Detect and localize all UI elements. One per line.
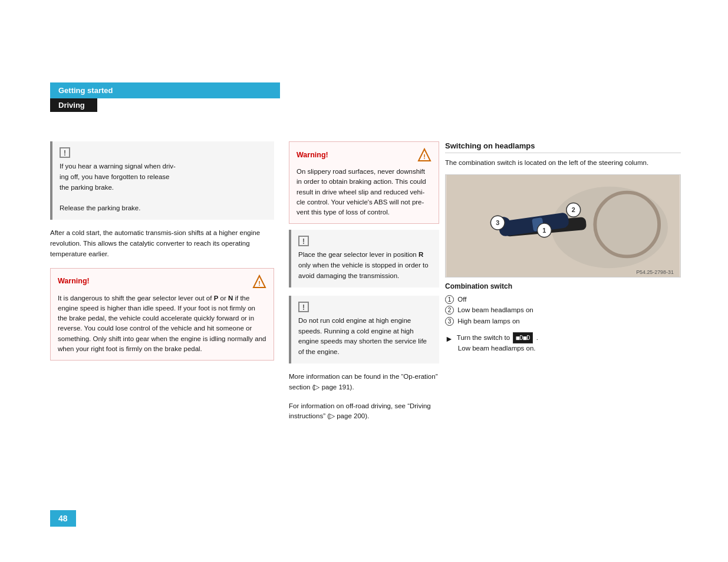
arrow-bullet: ►	[445, 333, 453, 345]
combo-item-2: 2 Low beam headlamps on	[445, 305, 681, 315]
combo-label-1: Off	[457, 296, 466, 303]
right-column: Switching on headlamps The combination s…	[445, 141, 681, 353]
warning-triangle-icon-1: !	[252, 275, 266, 289]
warning-title-1: Warning!	[58, 276, 90, 287]
combo-num-1: 1	[445, 295, 454, 304]
combo-label-3: High beam lamps on	[457, 318, 519, 325]
svg-text:1: 1	[542, 227, 546, 234]
combo-switch-image: 1 2 3 P54.25-2798-31	[445, 174, 681, 277]
combo-caption: Combination switch	[445, 282, 681, 290]
instruction-before: Turn the switch to	[457, 334, 512, 341]
combo-switch-svg: 1 2 3 P54.25-2798-31	[446, 175, 680, 277]
combo-num-3: 3	[445, 317, 454, 326]
instruction-text: Turn the switch to ■D■D . Low beam headl…	[457, 332, 538, 353]
warning-text-1: It is dangerous to shift the gear select…	[58, 293, 266, 355]
warning-title-2: Warning!	[297, 150, 328, 161]
warning-box-1: Warning! ! It is dangerous to shift the …	[50, 268, 274, 361]
combo-item-1: 1 Off	[445, 294, 681, 305]
svg-text:P54.25-2798-31: P54.25-2798-31	[636, 269, 674, 275]
page-container: Getting started Driving ! If you hear a …	[0, 0, 728, 562]
note1-text: If you hear a warning signal when driv- …	[60, 161, 267, 214]
warning-header-2: Warning! !	[297, 148, 431, 162]
svg-text:!: !	[423, 153, 426, 160]
combo-num-2: 2	[445, 306, 454, 315]
intro-text: The combination switch is located on the…	[445, 158, 681, 168]
note-icon-1: !	[60, 147, 70, 158]
warning-triangle-icon-2: !	[417, 148, 431, 162]
getting-started-label: Getting started	[58, 86, 113, 95]
switch-icon: ■D■D	[513, 332, 533, 343]
warning-text-2: On slippery road surfaces, never downshi…	[297, 167, 431, 217]
instruction-period: .	[536, 334, 538, 341]
note3-text: Do not run cold engine at high engine sp…	[298, 316, 432, 358]
body-text-3: For information on off-road driving, see…	[289, 401, 439, 422]
getting-started-bar: Getting started	[50, 82, 280, 98]
warning-header-1: Warning! !	[58, 275, 266, 289]
note-icon-2: !	[298, 236, 309, 246]
note-icon-3: !	[298, 302, 309, 312]
note-box-1: ! If you hear a warning signal when driv…	[50, 141, 274, 220]
body-text-1: After a cold start, the automatic transm…	[50, 228, 274, 259]
instruction-row: ► Turn the switch to ■D■D . Low beam hea…	[445, 332, 681, 353]
svg-text:3: 3	[496, 219, 499, 226]
svg-text:!: !	[258, 280, 261, 287]
driving-bar: Driving	[50, 98, 97, 112]
left-column: ! If you hear a warning signal when driv…	[50, 141, 274, 366]
middle-column: Warning! ! On slippery road surfaces, ne…	[289, 141, 439, 430]
page-number: 48	[50, 510, 76, 527]
combo-item-3: 3 High beam lamps on	[445, 316, 681, 326]
driving-label: Driving	[58, 101, 85, 110]
body-text-2: More information can be found in the “Op…	[289, 372, 439, 393]
warning-box-2: Warning! ! On slippery road surfaces, ne…	[289, 141, 439, 224]
note2-text: Place the gear selector lever in positio…	[298, 250, 432, 281]
note-box-2: ! Place the gear selector lever in posit…	[289, 230, 439, 287]
combo-label-2: Low beam headlamps on	[457, 306, 533, 313]
note-box-3: ! Do not run cold engine at high engine …	[289, 296, 439, 363]
header-section: Getting started Driving	[50, 82, 280, 112]
instruction-sub: Low beam headlamps on.	[458, 345, 536, 352]
combo-list: 1 Off 2 Low beam headlamps on 3 High bea…	[445, 294, 681, 326]
section-heading: Switching on headlamps	[445, 141, 681, 153]
svg-text:2: 2	[572, 206, 575, 213]
